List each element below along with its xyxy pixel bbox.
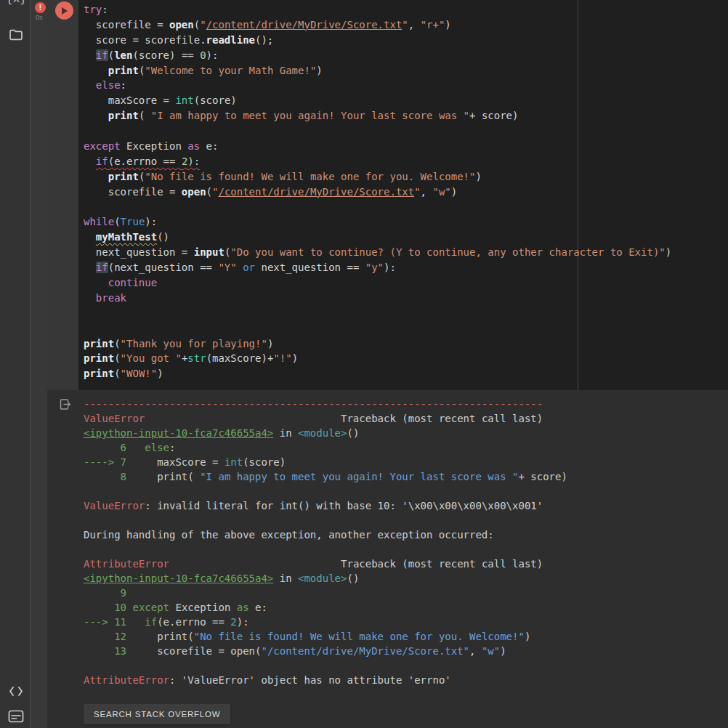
token: ---> 11 [84,616,126,628]
token [237,262,243,273]
file-path-link[interactable]: /content/drive/MyDrive/Score.txt [218,186,414,198]
token: "y" [365,262,384,273]
output-line: 8 print( "I am happy to meet you again! … [84,469,567,484]
token: continue [108,277,157,288]
token: while [84,216,114,227]
code-line[interactable]: myMathTest() [84,230,671,245]
token: , [469,645,482,657]
code-snippets-icon[interactable] [9,686,23,700]
token [84,171,108,182]
token: ) [445,19,450,31]
run-cell-button[interactable] [55,1,73,20]
code-line[interactable]: print("Thank you for playing!") [84,336,671,352]
token: readline [206,34,255,46]
token: else [96,79,121,91]
files-icon[interactable] [9,28,23,44]
code-line[interactable]: try: [84,2,671,17]
token: : [121,79,126,91]
token: ) [267,338,273,349]
code-line[interactable]: break [84,291,671,306]
token: except [132,602,169,613]
token: print [84,368,114,379]
code-line[interactable]: print("No file is found! We will make on… [84,169,671,185]
token: ) [666,246,671,258]
token: 8 [84,471,126,482]
code-area[interactable]: try: scorefile = open("/content/drive/My… [84,2,671,381]
token: ( [114,216,120,227]
code-line[interactable]: print( "I am happy to meet you again! Yo… [84,108,671,124]
token: maxScore = [84,94,175,106]
token: ( [114,338,120,349]
token: (score) [243,456,286,468]
token: ) [157,368,163,379]
code-line[interactable]: if(len(score) == 0): [84,48,671,63]
token: AttributeError [84,674,169,686]
token: ) [451,186,457,198]
output-line: AttributeError Traceback (most recent ca… [84,557,567,571]
code-line[interactable]: while(True): [84,214,671,230]
token: "WOW!" [121,368,158,379]
error-badge[interactable]: ! [35,2,46,13]
token: ( [114,352,120,364]
terminal-icon[interactable] [8,710,24,727]
token: () [347,427,359,439]
code-line[interactable]: except Exception as e: [84,139,671,154]
traceback-source-link[interactable]: <ipython-input-10-fca7c46655a4> [84,573,273,584]
token: ): [206,49,219,61]
code-line[interactable]: continue [84,275,671,291]
output-line: ----------------------------------------… [84,397,567,411]
token: + score) [518,471,567,482]
code-line[interactable]: scorefile = open("/content/drive/MyDrive… [84,185,671,200]
token: in [273,573,298,584]
token: try [84,4,102,15]
token: Traceback (most recent call last) [145,413,543,424]
token: except [84,140,121,152]
code-line[interactable]: print("WOW!") [84,366,671,381]
code-line[interactable]: next_question = input("Do you want to co… [84,245,671,260]
token [126,616,145,628]
code-line[interactable]: maxScore = int(score) [84,93,671,108]
token: in [273,427,298,439]
output-line: ValueError Traceback (most recent call l… [84,411,567,426]
traceback-source-link[interactable]: <ipython-input-10-fca7c46655a4> [84,427,273,439]
token: else [145,442,169,453]
token: if [145,616,157,628]
code-line[interactable] [84,306,671,321]
token [84,231,96,243]
output-line: During handling of the above exception, … [84,527,567,542]
output-line: 10 except Exception as e: [84,600,567,615]
code-line[interactable]: scorefile = open("/content/drive/MyDrive… [84,17,671,33]
code-line[interactable] [84,200,671,215]
token: or [243,262,255,273]
token: ( [139,110,151,121]
variables-icon[interactable]: {x} [6,0,27,5]
code-line[interactable]: if(e.errno == 2): [84,154,671,169]
code-line[interactable]: print("Welcome to your Math Game!") [84,63,671,78]
token: print [84,352,114,364]
token: if [96,49,108,61]
token [84,262,96,273]
token: maxScore = [126,456,225,468]
output-line [84,542,567,557]
code-line[interactable]: score = scorefile.readline(); [84,33,671,48]
file-path-link[interactable]: /content/drive/MyDrive/Score.txt [206,19,403,31]
token: ) [500,645,506,657]
token: int [225,456,243,468]
code-line[interactable]: else: [84,78,671,93]
token: "Y" [218,262,236,273]
token [84,49,96,61]
output-line: ValueError: invalid literal for int() wi… [84,498,567,513]
token: ): [187,155,200,167]
traceback-output: ----------------------------------------… [84,397,567,687]
code-line[interactable]: print("You got "+str(maxScore)+"!") [84,351,671,366]
token: During handling of the above exception, … [84,529,494,541]
token: myMathTest [96,231,157,243]
output-indicator-icon [59,398,72,413]
token: + score) [469,110,518,121]
code-line[interactable] [84,124,671,139]
token: ( [114,368,120,379]
token: Traceback (most recent call last) [169,558,543,570]
code-line[interactable]: if(next_question == "Y" or next_question… [84,260,671,275]
code-line[interactable] [84,321,671,336]
search-stack-overflow-button[interactable]: SEARCH STACK OVERFLOW [84,704,230,724]
